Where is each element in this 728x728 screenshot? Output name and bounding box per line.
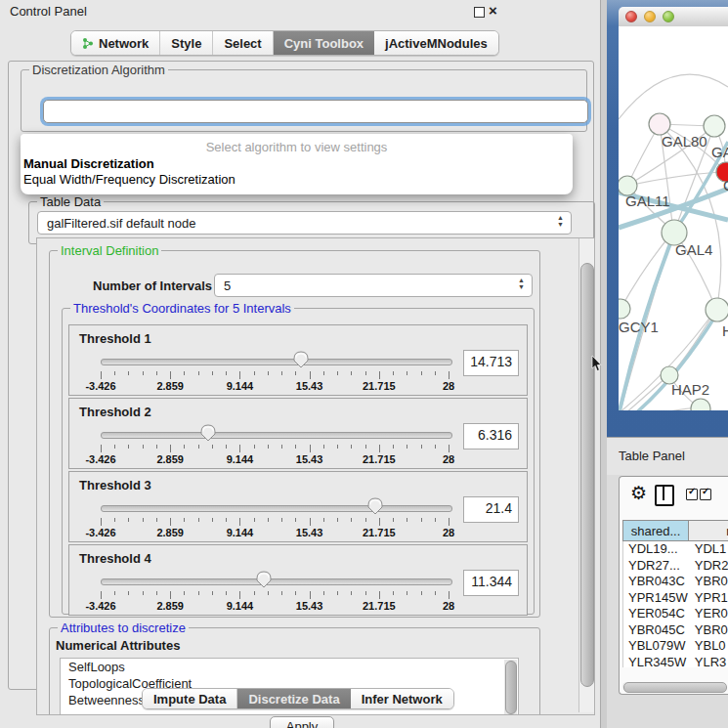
tab-impute-data[interactable]: Impute Data — [143, 689, 237, 708]
minimize-traffic-light-icon[interactable] — [644, 11, 656, 22]
apply-button[interactable]: Apply — [270, 716, 334, 728]
number-of-intervals-label: Number of Intervals — [93, 278, 212, 293]
settings-scrollbar[interactable] — [578, 238, 594, 712]
network-edge[interactable] — [619, 74, 728, 119]
checkbox-icon[interactable]: ✓ — [686, 489, 698, 500]
slider-tick — [351, 371, 352, 375]
zoom-traffic-light-icon[interactable] — [663, 11, 674, 22]
slider-tick — [198, 445, 199, 449]
slider-tick — [379, 445, 380, 452]
slider-tick — [239, 518, 240, 526]
threshold-value-field[interactable]: 11.344 — [463, 570, 519, 596]
tab-cyni-toolbox[interactable]: Cyni Toolbox — [274, 31, 374, 55]
threshold-value-field[interactable]: 14.713 — [463, 350, 519, 376]
table-cell: YPR1 — [691, 590, 728, 607]
slider-tick — [310, 518, 311, 526]
tab-infer-network[interactable]: Infer Network — [351, 689, 453, 708]
tab-jactivemnodules[interactable]: jActiveMNodules — [374, 31, 498, 55]
slider-tick — [239, 445, 240, 452]
settings-scrollpane: Interval Definition Number of Intervals … — [36, 237, 595, 715]
slider-track[interactable] — [101, 505, 452, 512]
attribute-list-item[interactable]: SelfLoops — [61, 659, 518, 675]
table-rows: YDL19...YDL1YDR27...YDR2YBR043CYBR0YPR14… — [622, 541, 728, 667]
node-label: GCY1 — [619, 319, 659, 335]
threshold-value-field[interactable]: 6.316 — [463, 423, 519, 450]
slider-tick — [254, 591, 255, 595]
network-node[interactable] — [691, 399, 710, 410]
network-window-titlebar[interactable] — [619, 7, 728, 27]
table-row[interactable]: YDR27...YDR2 — [623, 558, 728, 575]
attributes-scrollbar[interactable] — [504, 660, 517, 714]
slider-handle[interactable] — [367, 497, 383, 515]
numerical-attributes-label: Numerical Attributes — [56, 638, 180, 653]
table-row[interactable]: YLR345WYLR3 — [623, 655, 728, 668]
slider-handle[interactable] — [256, 571, 272, 588]
slider-tick — [226, 591, 227, 595]
network-canvas[interactable]: GAL80GACGAL11GAL4GCY1HHAP2 — [619, 26, 728, 410]
table-panel-title: Table Panel — [619, 449, 685, 463]
slider-tick — [351, 518, 352, 522]
tab-label: Network — [99, 36, 149, 51]
table-row[interactable]: YBR043CYBR0 — [623, 574, 728, 590]
table-cell: YBL0 — [691, 638, 728, 655]
slider-tick-label: 2.859 — [156, 380, 184, 392]
slider-tick-label: 9.144 — [227, 600, 254, 612]
scrollbar-thumb[interactable] — [505, 661, 517, 714]
network-node[interactable] — [706, 298, 728, 321]
slider-tick — [421, 591, 422, 595]
slider-track[interactable] — [101, 578, 452, 585]
tab-discretize-data[interactable]: Discretize Data — [237, 689, 350, 708]
number-of-intervals-combobox[interactable]: 5 ▲▼ — [214, 274, 533, 297]
network-edge[interactable] — [621, 236, 669, 309]
mouse-cursor — [591, 356, 603, 373]
table-data-combobox[interactable]: galFiltered.sif default node ▲▼ — [37, 211, 572, 235]
dropdown-option-equal-width[interactable]: Equal Width/Frequency Discretization — [21, 172, 573, 188]
slider-handle[interactable] — [200, 424, 216, 442]
dropdown-prompt[interactable]: Select algorithm to view settings — [21, 140, 573, 156]
slider-tick — [421, 371, 422, 375]
float-window-icon[interactable] — [474, 7, 485, 18]
slider-tick — [421, 445, 422, 449]
table-horizontal-scrollbar[interactable] — [622, 682, 726, 691]
slider-handle[interactable] — [293, 351, 309, 368]
slider-tick — [128, 518, 129, 522]
checkbox-icon[interactable]: ✓ — [700, 489, 711, 500]
table-row[interactable]: YDL19...YDL1 — [623, 541, 728, 558]
scrollbar-thumb[interactable] — [623, 682, 727, 693]
tab-style[interactable]: Style — [160, 31, 213, 55]
algorithm-combobox[interactable] — [43, 100, 588, 123]
table-row[interactable]: YER054CYER0 — [623, 606, 728, 622]
network-node[interactable] — [619, 299, 630, 319]
slider-tick — [281, 445, 282, 449]
slider-tick — [407, 518, 407, 522]
slider-track[interactable] — [101, 432, 452, 439]
slider-tick — [114, 371, 115, 375]
scrollbar-thumb[interactable] — [580, 263, 594, 687]
dropdown-option-manual[interactable]: Manual Discretization — [21, 156, 573, 172]
split-view-icon[interactable] — [655, 485, 674, 506]
slider-tick — [114, 518, 115, 522]
slider-tick — [421, 518, 422, 522]
threshold-value-field[interactable]: 21.4 — [463, 496, 519, 523]
slider-tick-label: 15.43 — [296, 600, 323, 612]
table-row[interactable]: YPR145WYPR1 — [623, 590, 728, 607]
network-node[interactable] — [649, 113, 670, 135]
slider-tick — [407, 445, 407, 449]
table-row[interactable]: YBL079WYBL0 — [623, 638, 728, 655]
column-header[interactable]: shared... — [622, 520, 689, 541]
table-row[interactable]: YBR045CYBR0 — [623, 622, 728, 639]
tab-select[interactable]: Select — [213, 31, 273, 55]
gear-icon[interactable]: ⚙ — [630, 482, 647, 504]
close-traffic-light-icon[interactable] — [625, 11, 637, 22]
slider-tick — [435, 371, 436, 375]
threshold-panel: Threshold 1-3.4262.8599.14415.4321.71528… — [68, 324, 528, 396]
column-header[interactable]: na — [689, 520, 728, 541]
slider-track[interactable] — [101, 359, 452, 365]
slider-tick — [184, 591, 185, 595]
slider-tick — [198, 371, 199, 375]
slider-tick-label: 21.715 — [363, 453, 396, 465]
tab-label: Select — [224, 36, 261, 51]
table-cell: YDL1 — [691, 541, 728, 558]
tab-network[interactable]: Network — [71, 31, 160, 55]
close-icon[interactable]: × — [489, 2, 497, 19]
